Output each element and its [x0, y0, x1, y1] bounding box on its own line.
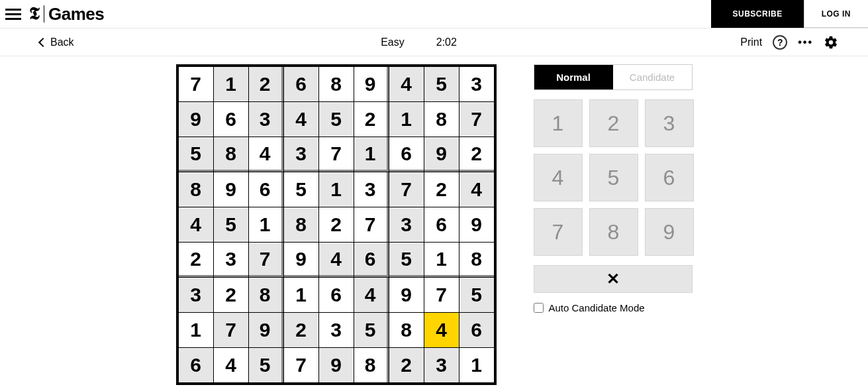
cell-r6-c6[interactable]: 9 [389, 278, 424, 312]
cell-r1-c1[interactable]: 6 [214, 102, 248, 137]
cell-r5-c1[interactable]: 3 [214, 243, 248, 277]
cell-r0-c2[interactable]: 2 [249, 67, 283, 101]
cell-r1-c0[interactable]: 9 [179, 102, 213, 137]
cell-r5-c4[interactable]: 4 [319, 243, 354, 277]
cell-r5-c0[interactable]: 2 [179, 243, 213, 277]
numpad-5[interactable]: 5 [589, 154, 638, 201]
logo[interactable]: 𝕿 Games [29, 4, 104, 25]
cell-r4-c1[interactable]: 5 [214, 207, 248, 242]
cell-r8-c3[interactable]: 7 [284, 348, 318, 382]
numpad-8[interactable]: 8 [589, 208, 638, 256]
settings-button[interactable] [824, 35, 838, 50]
cell-r2-c3[interactable]: 3 [284, 137, 318, 172]
tab-normal[interactable]: Normal [534, 65, 613, 89]
cell-r1-c3[interactable]: 4 [284, 102, 318, 137]
cell-r8-c5[interactable]: 8 [354, 348, 389, 382]
help-button[interactable]: ? [773, 35, 787, 50]
cell-r2-c1[interactable]: 8 [214, 137, 248, 172]
cell-r3-c3[interactable]: 5 [284, 172, 318, 207]
numpad-2[interactable]: 2 [589, 99, 638, 147]
cell-r6-c7[interactable]: 7 [424, 278, 459, 312]
cell-r1-c6[interactable]: 1 [389, 102, 424, 137]
more-button[interactable]: ••• [798, 36, 813, 48]
cell-r2-c6[interactable]: 6 [389, 137, 424, 172]
cell-r3-c0[interactable]: 8 [179, 172, 213, 207]
cell-r6-c4[interactable]: 6 [319, 278, 354, 312]
cell-r0-c6[interactable]: 4 [389, 67, 424, 101]
cell-r0-c5[interactable]: 9 [354, 67, 389, 101]
cell-r4-c6[interactable]: 3 [389, 207, 424, 242]
cell-r7-c0[interactable]: 1 [179, 313, 213, 347]
cell-r7-c7[interactable]: 4 [424, 313, 459, 347]
numpad-3[interactable]: 3 [645, 99, 694, 147]
cell-r2-c8[interactable]: 2 [459, 137, 494, 172]
cell-r6-c3[interactable]: 1 [284, 278, 318, 312]
cell-r1-c2[interactable]: 3 [249, 102, 283, 137]
cell-r4-c4[interactable]: 2 [319, 207, 354, 242]
cell-r3-c6[interactable]: 7 [389, 172, 424, 207]
cell-r3-c4[interactable]: 1 [319, 172, 354, 207]
numpad-9[interactable]: 9 [645, 208, 694, 256]
cell-r2-c2[interactable]: 4 [249, 137, 283, 172]
cell-r8-c7[interactable]: 3 [424, 348, 459, 382]
cell-r6-c1[interactable]: 2 [214, 278, 248, 312]
numpad-6[interactable]: 6 [645, 154, 694, 201]
cell-r4-c2[interactable]: 1 [249, 207, 283, 242]
cell-r5-c5[interactable]: 6 [354, 243, 389, 277]
cell-r6-c0[interactable]: 3 [179, 278, 213, 312]
cell-r8-c2[interactable]: 5 [249, 348, 283, 382]
print-button[interactable]: Print [740, 36, 762, 48]
cell-r0-c3[interactable]: 6 [284, 67, 318, 101]
login-button[interactable]: LOG IN [804, 0, 868, 28]
clear-button[interactable]: ✕ [534, 265, 693, 293]
cell-r7-c1[interactable]: 7 [214, 313, 248, 347]
auto-candidate-checkbox[interactable] [534, 303, 544, 313]
cell-r8-c4[interactable]: 9 [319, 348, 354, 382]
cell-r8-c0[interactable]: 6 [179, 348, 213, 382]
cell-r3-c2[interactable]: 6 [249, 172, 283, 207]
cell-r8-c6[interactable]: 2 [389, 348, 424, 382]
cell-r7-c5[interactable]: 5 [354, 313, 389, 347]
cell-r7-c2[interactable]: 9 [249, 313, 283, 347]
cell-r0-c4[interactable]: 8 [319, 67, 354, 101]
cell-r3-c1[interactable]: 9 [214, 172, 248, 207]
cell-r7-c4[interactable]: 3 [319, 313, 354, 347]
cell-r8-c8[interactable]: 1 [459, 348, 494, 382]
cell-r3-c8[interactable]: 4 [459, 172, 494, 207]
cell-r2-c0[interactable]: 5 [179, 137, 213, 172]
cell-r1-c7[interactable]: 8 [424, 102, 459, 137]
cell-r2-c5[interactable]: 1 [354, 137, 389, 172]
cell-r0-c1[interactable]: 1 [214, 67, 248, 101]
cell-r5-c8[interactable]: 8 [459, 243, 494, 277]
numpad-4[interactable]: 4 [534, 154, 583, 201]
cell-r5-c2[interactable]: 7 [249, 243, 283, 277]
cell-r1-c5[interactable]: 2 [354, 102, 389, 137]
auto-candidate-toggle[interactable]: Auto Candidate Mode [534, 302, 693, 313]
cell-r5-c6[interactable]: 5 [389, 243, 424, 277]
cell-r6-c5[interactable]: 4 [354, 278, 389, 312]
cell-r4-c0[interactable]: 4 [179, 207, 213, 242]
subscribe-button[interactable]: SUBSCRIBE [711, 0, 803, 28]
back-button[interactable]: Back [40, 36, 74, 48]
cell-r7-c8[interactable]: 6 [459, 313, 494, 347]
cell-r0-c0[interactable]: 7 [179, 67, 213, 101]
cell-r7-c3[interactable]: 2 [284, 313, 318, 347]
cell-r5-c3[interactable]: 9 [284, 243, 318, 277]
cell-r0-c8[interactable]: 3 [459, 67, 494, 101]
tab-candidate[interactable]: Candidate [613, 65, 692, 89]
cell-r4-c7[interactable]: 6 [424, 207, 459, 242]
cell-r4-c5[interactable]: 7 [354, 207, 389, 242]
cell-r4-c8[interactable]: 9 [459, 207, 494, 242]
cell-r4-c3[interactable]: 8 [284, 207, 318, 242]
numpad-1[interactable]: 1 [534, 99, 583, 147]
cell-r6-c8[interactable]: 5 [459, 278, 494, 312]
cell-r3-c7[interactable]: 2 [424, 172, 459, 207]
cell-r8-c1[interactable]: 4 [214, 348, 248, 382]
cell-r1-c4[interactable]: 5 [319, 102, 354, 137]
cell-r7-c6[interactable]: 8 [389, 313, 424, 347]
cell-r2-c4[interactable]: 7 [319, 137, 354, 172]
cell-r2-c7[interactable]: 9 [424, 137, 459, 172]
cell-r0-c7[interactable]: 5 [424, 67, 459, 101]
menu-icon[interactable] [5, 6, 21, 22]
numpad-7[interactable]: 7 [534, 208, 583, 256]
